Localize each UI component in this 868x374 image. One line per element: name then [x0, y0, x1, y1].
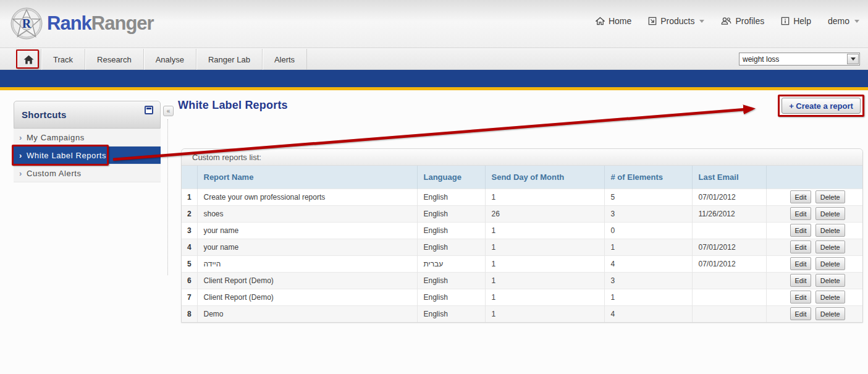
edit-button[interactable]: Edit	[790, 190, 812, 203]
table-row: 2 shoes English 26 3 11/26/2012 Edit Del…	[182, 205, 862, 222]
report-name-cell: your name	[197, 239, 417, 255]
send-day-cell: 1	[485, 272, 604, 289]
shortcuts-title: Shortcuts	[14, 109, 67, 120]
last-email-cell	[692, 222, 766, 239]
row-number: 8	[182, 305, 197, 322]
delete-button[interactable]: Delete	[815, 240, 845, 253]
edit-button[interactable]: Edit	[790, 224, 812, 237]
report-name-cell: Client Report (Demo)	[197, 272, 417, 289]
delete-button[interactable]: Delete	[815, 291, 845, 304]
elements-cell: 4	[604, 255, 692, 272]
header-actions	[766, 166, 862, 189]
edit-button[interactable]: Edit	[790, 257, 812, 270]
tab-ranger-lab[interactable]: Ranger Lab	[196, 49, 263, 70]
panel-title: Custom reports list:	[182, 149, 862, 166]
sidebar-item-white-label-reports[interactable]: › White Label Reports	[14, 147, 161, 164]
send-day-cell: 1	[485, 222, 604, 239]
custom-reports-panel: Custom reports list: Report Name Languag…	[181, 148, 863, 323]
delete-button[interactable]: Delete	[815, 307, 845, 320]
actions-cell: Edit Delete	[766, 205, 862, 222]
edit-button[interactable]: Edit	[790, 307, 812, 320]
page-title: White Label Reports	[178, 99, 288, 112]
actions-cell: Edit Delete	[766, 239, 862, 255]
last-email-cell	[692, 305, 766, 322]
sidebar-item-my-campaigns[interactable]: › My Campaigns	[14, 129, 161, 147]
delete-button[interactable]: Delete	[815, 207, 845, 220]
nav-user-menu[interactable]: demo	[828, 16, 859, 26]
nav-products-label: Products	[660, 16, 694, 26]
campaign-selector[interactable]: weight loss	[739, 53, 860, 66]
edit-button[interactable]: Edit	[790, 207, 812, 220]
sidebar-item-label: My Campaigns	[27, 133, 85, 142]
tabs: Track Research Analyse Ranger Lab Alerts	[16, 49, 307, 70]
language-cell: English	[417, 189, 485, 205]
chevron-right-icon: ›	[19, 169, 22, 178]
nav-help[interactable]: Help	[781, 16, 811, 26]
row-number: 7	[182, 289, 197, 305]
accent-yellow-bar	[0, 87, 868, 90]
elements-cell: 3	[604, 205, 692, 222]
table-row: 1 Create your own professional reports E…	[182, 189, 862, 205]
brand-name-ranger: Ranger	[91, 12, 154, 34]
delete-button[interactable]: Delete	[815, 274, 845, 287]
language-cell: English	[417, 305, 485, 322]
sidebar-collapse-button[interactable]: «	[163, 106, 174, 116]
tab-track[interactable]: Track	[41, 49, 85, 70]
edit-button[interactable]: Edit	[790, 274, 812, 287]
home-tab-icon	[23, 55, 34, 64]
brand-name-rank: Rank	[47, 12, 91, 34]
last-email-cell	[692, 272, 766, 289]
table-row: 3 your name English 1 0 Edit Delete	[182, 222, 862, 239]
edit-button[interactable]: Edit	[790, 291, 812, 304]
last-email-cell: 07/01/2012	[692, 189, 766, 205]
shortcuts-panel: Shortcuts › My Campaigns › White Label R…	[14, 101, 161, 182]
report-name-cell: היידה	[197, 255, 417, 272]
campaign-dropdown-button[interactable]	[847, 54, 859, 64]
nav-home[interactable]: Home	[596, 16, 631, 26]
nav-profiles[interactable]: Profiles	[721, 16, 764, 26]
minimize-panel-icon[interactable]	[145, 106, 153, 114]
report-name-cell: shoes	[197, 205, 417, 222]
row-number: 3	[182, 222, 197, 239]
send-day-cell: 1	[485, 305, 604, 322]
delete-button[interactable]: Delete	[815, 257, 845, 270]
tab-analyse[interactable]: Analyse	[144, 49, 196, 70]
language-cell: English	[417, 239, 485, 255]
report-name-cell: Client Report (Demo)	[197, 289, 417, 305]
actions-cell: Edit Delete	[766, 272, 862, 289]
section-blue-bar	[0, 70, 868, 87]
language-cell: English	[417, 222, 485, 239]
elements-cell: 5	[604, 189, 692, 205]
user-caret-icon	[854, 20, 859, 23]
language-cell: English	[417, 205, 485, 222]
tab-research[interactable]: Research	[85, 49, 144, 70]
nav-products[interactable]: Products	[648, 16, 704, 26]
sidebar-divider	[167, 119, 168, 275]
header-row-number	[182, 166, 197, 189]
help-icon	[781, 17, 790, 25]
tab-home[interactable]	[16, 49, 41, 70]
row-number: 4	[182, 239, 197, 255]
brand-name: RankRanger	[47, 12, 154, 35]
delete-button[interactable]: Delete	[815, 190, 845, 203]
edit-button[interactable]: Edit	[790, 240, 812, 253]
sidebar-item-custom-alerts[interactable]: › Custom Alerts	[14, 164, 161, 182]
products-icon	[648, 17, 657, 25]
report-name-cell: your name	[197, 222, 417, 239]
main-tab-bar: Track Research Analyse Ranger Lab Alerts…	[0, 49, 868, 70]
nav-user-label: demo	[828, 16, 849, 26]
elements-cell: 0	[604, 222, 692, 239]
language-cell: English	[417, 289, 485, 305]
create-report-button[interactable]: + Create a report	[782, 98, 861, 114]
reports-table-header: Report Name Language Send Day of Month #…	[182, 166, 862, 189]
delete-button[interactable]: Delete	[815, 224, 845, 237]
nav-help-label: Help	[793, 16, 811, 26]
last-email-cell	[692, 289, 766, 305]
chevron-right-icon: ›	[19, 151, 22, 160]
elements-cell: 3	[604, 272, 692, 289]
row-number: 2	[182, 205, 197, 222]
actions-cell: Edit Delete	[766, 189, 862, 205]
tab-alerts[interactable]: Alerts	[263, 49, 307, 70]
svg-text:R: R	[22, 17, 32, 30]
table-row: 6 Client Report (Demo) English 1 3 Edit …	[182, 272, 862, 289]
